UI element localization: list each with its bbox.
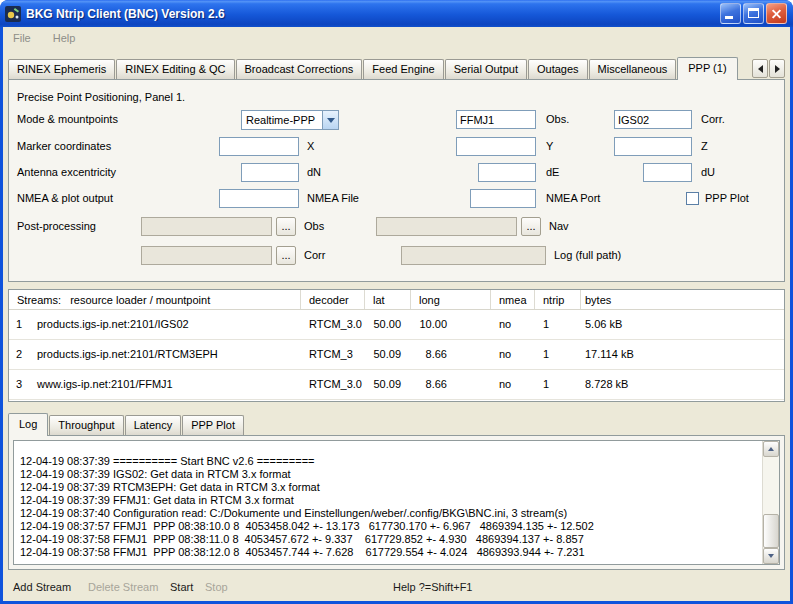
log-line: 12-04-19 08:37:39 ========== Start BNC v… (20, 455, 756, 468)
start-button[interactable]: Start (170, 575, 193, 599)
pp-nav-path-input[interactable] (376, 217, 517, 236)
nmea-file-input[interactable] (219, 189, 299, 208)
close-button[interactable] (766, 3, 787, 24)
maximize-button[interactable] (743, 3, 764, 24)
de-label: dE (546, 163, 559, 182)
minimize-icon (725, 16, 733, 19)
row-number: 1 (9, 310, 29, 339)
title-bar[interactable]: BKG Ntrip Client (BNC) Version 2.6 (0, 0, 793, 27)
pp-corr-browse-button[interactable]: ... (276, 246, 296, 265)
ppp-mode-select[interactable]: Realtime-PPP (241, 110, 339, 130)
cell-decoder: RTCM_3 (301, 340, 365, 369)
pp-corr-label: Corr (304, 246, 325, 265)
cell-ntrip: 1 (535, 370, 581, 399)
scrollbar-thumb[interactable] (763, 514, 779, 548)
cell-lat: 50.00 (365, 310, 411, 339)
tab-scroll-left-button[interactable] (752, 59, 768, 78)
obs-mountpoint-input[interactable] (456, 110, 536, 129)
header-decoder: decoder (301, 290, 365, 309)
x-label: X (307, 137, 314, 156)
antenna-du-input[interactable] (643, 163, 692, 182)
tab-throughput[interactable]: Throughput (49, 415, 123, 435)
add-stream-button[interactable]: Add Stream (13, 575, 71, 599)
pp-log-path-input[interactable] (401, 246, 546, 265)
corr-mountpoint-input[interactable] (614, 110, 692, 129)
nmea-plot-output-label: NMEA & plot output (17, 189, 113, 208)
minimize-button[interactable] (720, 3, 741, 24)
antenna-dn-input[interactable] (241, 163, 299, 182)
menu-help[interactable]: Help (51, 30, 78, 46)
nmea-port-input[interactable] (470, 189, 536, 208)
obs-label: Obs. (546, 110, 569, 129)
tab-serial-output[interactable]: Serial Output (445, 59, 527, 79)
corr-label: Corr. (701, 110, 725, 129)
dn-label: dN (307, 163, 321, 182)
tab-latency[interactable]: Latency (125, 415, 182, 435)
log-line: 12-04-19 08:37:39 FFMJ1: Get data in RTC… (20, 494, 756, 507)
log-line: 12-04-19 08:37:40 Configuration read: C:… (20, 507, 756, 520)
pp-nav-browse-button[interactable]: ... (521, 217, 541, 236)
pp-obs-path-input[interactable] (141, 217, 272, 236)
ppp-plot-label: PPP Plot (705, 189, 749, 208)
delete-stream-button[interactable]: Delete Stream (88, 575, 158, 599)
bnc-window: BKG Ntrip Client (BNC) Version 2.6 File … (0, 0, 793, 604)
chevron-left-icon (758, 65, 763, 73)
marker-x-input[interactable] (219, 137, 299, 156)
marker-z-input[interactable] (614, 137, 692, 156)
ppp-panel: Precise Point Positioning, Panel 1. Mode… (8, 79, 785, 282)
scroll-down-button[interactable] (763, 548, 779, 564)
log-output[interactable]: 12-04-19 08:37:39 ========== Start BNC v… (14, 441, 762, 564)
maximize-icon (748, 8, 759, 18)
header-bytes: bytes (581, 290, 784, 309)
menu-bar: File Help (3, 27, 790, 49)
cell-nmea: no (491, 310, 535, 339)
ppp-plot-checkbox[interactable] (686, 192, 699, 205)
tab-log[interactable]: Log (8, 413, 48, 436)
log-scrollbar[interactable] (762, 441, 779, 564)
chevron-down-icon (322, 111, 338, 129)
header-long: long (411, 290, 491, 309)
tab-scroll-right-button[interactable] (769, 59, 785, 78)
tab-feed-engine[interactable]: Feed Engine (363, 59, 443, 79)
pp-corr-path-input[interactable] (141, 246, 272, 265)
tab-ppp-1[interactable]: PPP (1) (677, 57, 737, 80)
post-processing-label: Post-processing (17, 217, 96, 236)
arrow-up-icon (768, 447, 774, 451)
cell-ntrip: 1 (535, 310, 581, 339)
row-number: 3 (9, 370, 29, 399)
table-row[interactable]: 2 products.igs-ip.net:2101/RTCM3EPH RTCM… (9, 340, 784, 370)
cell-nmea: no (491, 370, 535, 399)
tab-ppp-plot[interactable]: PPP Plot (182, 415, 244, 435)
tab-rinex-editing-qc[interactable]: RINEX Editing & QC (116, 59, 234, 79)
tab-miscellaneous[interactable]: Miscellaneous (589, 59, 677, 79)
marker-y-input[interactable] (456, 137, 536, 156)
tab-broadcast-corrections[interactable]: Broadcast Corrections (236, 59, 363, 79)
pp-log-label: Log (full path) (554, 246, 621, 265)
scrollbar-track[interactable] (763, 457, 779, 548)
help-shortcut-label: Help ?=Shift+F1 (393, 575, 473, 599)
scroll-up-button[interactable] (763, 441, 779, 457)
arrow-down-icon (768, 554, 774, 558)
cell-bytes: 17.114 kB (581, 340, 784, 369)
du-label: dU (701, 163, 715, 182)
nmea-file-label: NMEA File (307, 189, 359, 208)
y-label: Y (546, 137, 553, 156)
log-line: 12-04-19 08:37:58 FFMJ1 PPP 08:38:12.0 8… (20, 546, 756, 559)
app-icon (5, 6, 21, 22)
log-line: 12-04-19 08:37:39 IGS02: Get data in RTC… (20, 468, 756, 481)
pp-obs-label: Obs (304, 217, 324, 236)
cell-mountpoint: products.igs-ip.net:2101/IGS02 (29, 310, 301, 339)
table-row[interactable]: 3 www.igs-ip.net:2101/FFMJ1 RTCM_3.0 50.… (9, 370, 784, 400)
cell-lat: 50.09 (365, 340, 411, 369)
table-row[interactable]: 1 products.igs-ip.net:2101/IGS02 RTCM_3.… (9, 310, 784, 340)
stop-button[interactable]: Stop (205, 575, 228, 599)
tab-rinex-ephemeris[interactable]: RINEX Ephemeris (8, 59, 115, 79)
pp-obs-browse-button[interactable]: ... (276, 217, 296, 236)
cell-mountpoint: products.igs-ip.net:2101/RTCM3EPH (29, 340, 301, 369)
menu-file[interactable]: File (11, 30, 33, 46)
client-area: File Help RINEX Ephemeris RINEX Editing … (3, 27, 790, 601)
cell-ntrip: 1 (535, 340, 581, 369)
marker-coordinates-label: Marker coordinates (17, 137, 111, 156)
tab-outages[interactable]: Outages (528, 59, 588, 79)
antenna-de-input[interactable] (478, 163, 536, 182)
